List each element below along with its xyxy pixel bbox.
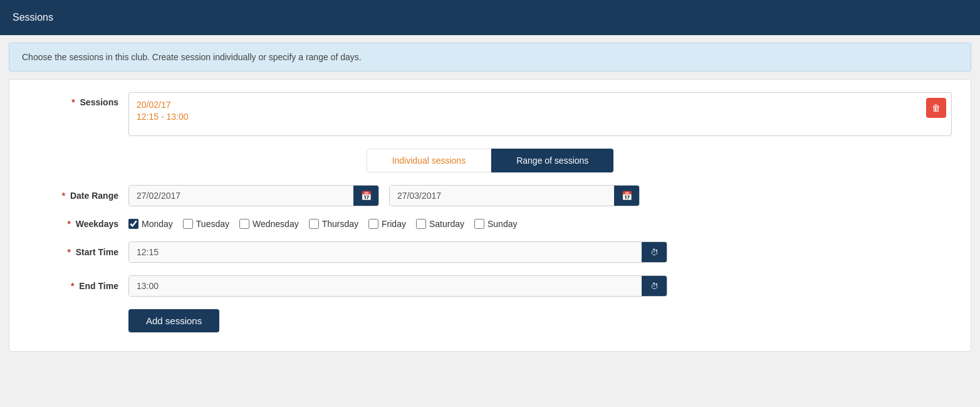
calendar-icon-end: 📅 bbox=[622, 191, 632, 201]
date-range-row: * Date Range 📅 📅 bbox=[28, 185, 952, 206]
start-time-wrapper: ⏱ bbox=[128, 241, 667, 263]
checkbox-sunday[interactable] bbox=[474, 219, 484, 229]
end-time-row: * End Time ⏱ bbox=[28, 275, 952, 297]
required-star-weekdays: * bbox=[67, 219, 70, 229]
end-time-clock-button[interactable]: ⏱ bbox=[642, 276, 667, 296]
checkbox-wednesday[interactable] bbox=[239, 219, 249, 229]
weekday-wednesday[interactable]: Wednesday bbox=[239, 219, 299, 229]
weekday-tuesday[interactable]: Tuesday bbox=[183, 219, 229, 229]
page-title: Sessions bbox=[13, 12, 53, 23]
start-date-wrapper: 📅 bbox=[128, 185, 379, 206]
end-time-label: * End Time bbox=[28, 281, 128, 291]
required-star-date: * bbox=[62, 191, 65, 201]
add-sessions-button[interactable]: Add sessions bbox=[128, 309, 219, 332]
info-banner: Choose the sessions in this club. Create… bbox=[9, 43, 971, 71]
weekdays-list: Monday Tuesday Wednesday Thursday Friday… bbox=[128, 219, 517, 229]
session-date: 20/02/17 bbox=[137, 98, 944, 112]
sessions-label: * Sessions bbox=[28, 92, 128, 107]
date-range-label: * Date Range bbox=[28, 191, 128, 201]
end-date-calendar-button[interactable]: 📅 bbox=[614, 186, 639, 206]
checkbox-thursday[interactable] bbox=[309, 219, 319, 229]
date-inputs: 📅 📅 bbox=[128, 185, 952, 206]
end-date-input[interactable] bbox=[390, 186, 614, 206]
checkbox-tuesday[interactable] bbox=[183, 219, 193, 229]
weekday-friday[interactable]: Friday bbox=[368, 219, 406, 229]
end-date-wrapper: 📅 bbox=[389, 185, 640, 206]
required-star-start: * bbox=[67, 247, 70, 257]
main-card: * Sessions 20/02/17 12:15 - 13:00 🗑 Indi… bbox=[9, 79, 971, 352]
start-date-input[interactable] bbox=[129, 186, 353, 206]
checkbox-friday[interactable] bbox=[368, 219, 378, 229]
tab-row: Individual sessions Range of sessions bbox=[28, 149, 952, 172]
sessions-row: * Sessions 20/02/17 12:15 - 13:00 🗑 bbox=[28, 92, 952, 136]
required-star: * bbox=[71, 97, 75, 107]
start-date-calendar-button[interactable]: 📅 bbox=[353, 186, 378, 206]
delete-session-button[interactable]: 🗑 bbox=[926, 98, 946, 118]
start-time-input[interactable] bbox=[129, 242, 642, 262]
sessions-box: 20/02/17 12:15 - 13:00 🗑 bbox=[128, 92, 952, 136]
add-sessions-row: Add sessions bbox=[128, 309, 952, 332]
page-header: Sessions bbox=[0, 0, 980, 35]
calendar-icon: 📅 bbox=[361, 191, 372, 201]
weekdays-label: * Weekdays bbox=[28, 219, 128, 229]
checkbox-monday[interactable] bbox=[128, 219, 138, 229]
start-time-clock-button[interactable]: ⏱ bbox=[642, 242, 667, 262]
end-time-input[interactable] bbox=[129, 276, 642, 296]
weekday-saturday[interactable]: Saturday bbox=[416, 219, 464, 229]
start-time-label: * Start Time bbox=[28, 247, 128, 257]
checkbox-saturday[interactable] bbox=[416, 219, 426, 229]
required-star-end: * bbox=[71, 281, 74, 291]
weekdays-row: * Weekdays Monday Tuesday Wednesday Thur… bbox=[28, 219, 952, 229]
range-of-sessions-tab[interactable]: Range of sessions bbox=[491, 149, 613, 172]
clock-icon-start: ⏱ bbox=[650, 248, 659, 257]
start-time-row: * Start Time ⏱ bbox=[28, 241, 952, 263]
end-time-wrapper: ⏱ bbox=[128, 275, 667, 297]
weekday-thursday[interactable]: Thursday bbox=[309, 219, 358, 229]
weekday-monday[interactable]: Monday bbox=[128, 219, 173, 229]
individual-sessions-tab[interactable]: Individual sessions bbox=[367, 149, 492, 172]
trash-icon: 🗑 bbox=[932, 103, 941, 113]
session-time: 12:15 - 13:00 bbox=[137, 112, 944, 122]
clock-icon-end: ⏱ bbox=[650, 282, 659, 291]
weekday-sunday[interactable]: Sunday bbox=[474, 219, 517, 229]
